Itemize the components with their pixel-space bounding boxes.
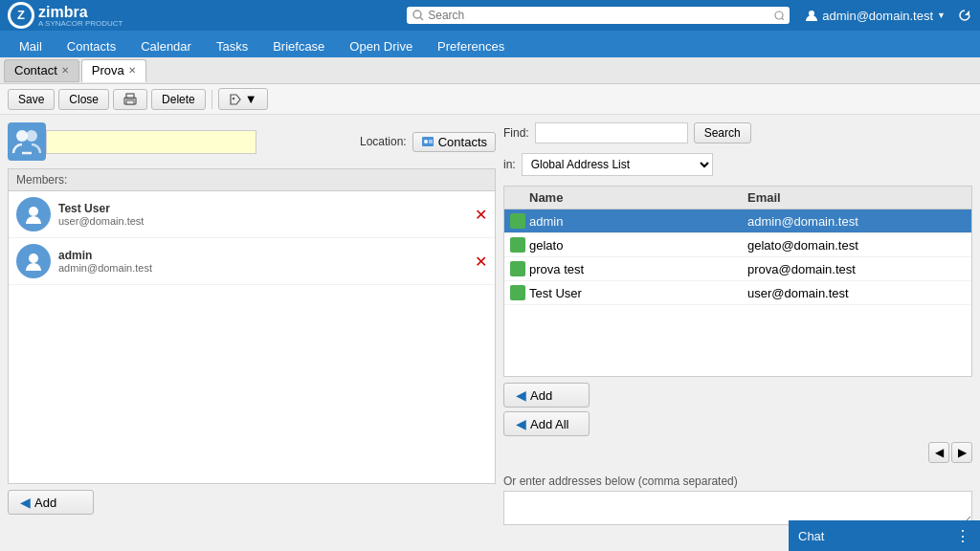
nav-tab-contacts[interactable]: Contacts [56,34,127,57]
left-panel: Prova Location: Contacts Members: Test U… [8,122,496,543]
save-button[interactable]: Save [8,89,55,110]
member-item-1: admin admin@domain.test ✕ [9,238,495,285]
add-icon: ◀ [516,387,526,403]
result-email-3: user@domain.test [747,286,966,300]
add-button[interactable]: ◀ Add [503,383,590,408]
member-item-0: Test User user@domain.test ✕ [9,191,495,238]
tab-prova[interactable]: Prova ✕ [81,59,146,82]
in-row: in: Global Address ListContacts [503,153,972,176]
search-input[interactable] [428,9,770,22]
svg-rect-10 [126,100,134,104]
logo-text: zimbra A SYNACOR PRODUCT [38,4,122,28]
result-name-2: prova test [529,262,747,276]
svg-point-20 [29,253,38,263]
location-button[interactable]: Contacts [412,132,496,152]
svg-marker-11 [231,95,240,104]
location-label: Location: [360,135,407,148]
close-button[interactable]: Close [58,89,109,110]
tab-contact-close[interactable]: ✕ [61,65,69,76]
nav-tab-preferences[interactable]: Preferences [426,34,516,57]
result-row-1[interactable]: gelato gelato@domain.test [504,233,971,257]
result-email-2: prova@domain.test [747,262,966,276]
location-value: Contacts [438,135,487,149]
next-page-button[interactable]: ▶ [951,442,972,463]
search-button[interactable]: Search [694,122,751,143]
app-tabs: Contact ✕ Prova ✕ [0,57,980,84]
search-submit-icon [774,11,784,20]
tab-prova-close[interactable]: ✕ [128,65,136,76]
result-avatar-1 [510,237,525,253]
nav-tab-tasks[interactable]: Tasks [205,34,259,57]
tab-prova-label: Prova [92,63,124,77]
nav-tab-opendrive[interactable]: Open Drive [338,34,424,57]
logo: Z zimbra A SYNACOR PRODUCT [8,2,122,29]
svg-marker-7 [965,11,969,15]
search-bar[interactable] [407,7,790,24]
member-name-1: admin [58,249,467,262]
location-section: Location: Contacts [360,132,496,152]
member-info-1: admin admin@domain.test [58,249,467,274]
user-dropdown-arrow[interactable]: ▼ [937,11,946,20]
result-avatar-3 [510,285,525,300]
svg-point-12 [233,97,234,99]
in-label: in: [503,158,516,171]
add-all-button[interactable]: ◀ Add All [503,411,590,436]
add-all-icon: ◀ [516,416,526,431]
tab-contact-label: Contact [14,63,57,77]
add-buttons: ◀ Add ◀ Add All [503,383,972,436]
svg-point-14 [26,130,37,142]
remove-member-0[interactable]: ✕ [475,206,487,224]
address-list-select[interactable]: Global Address ListContacts [522,153,713,176]
nav-arrows: ◀ ▶ [503,442,972,463]
user-menu[interactable]: admin@domain.test ▼ [805,9,946,23]
result-avatar-0 [510,213,525,229]
member-avatar-icon-1 [22,250,45,273]
col-icon-header [510,190,529,205]
svg-text:Z: Z [17,8,25,22]
user-name: admin@domain.test [822,9,933,23]
tag-dropdown-arrow[interactable]: ▼ [245,92,257,106]
result-email-0: admin@domain.test [747,214,966,229]
tag-icon [229,93,242,106]
bottom-add-label: Add [34,496,56,510]
svg-line-5 [782,18,784,20]
contacts-icon [421,135,434,148]
refresh-icon[interactable] [957,8,972,23]
toolbar: Save Close Delete ▼ [0,84,980,115]
result-row-0[interactable]: admin admin@domain.test [504,209,971,233]
user-icon [805,9,818,22]
chat-bar[interactable]: Chat ⋮ [789,520,980,551]
bottom-add-row: ◀ Add [8,490,496,515]
right-panel: Find: Search in: Global Address ListCont… [503,122,972,543]
nav-tab-briefcase[interactable]: Briefcase [261,34,336,57]
print-button[interactable] [113,89,147,110]
tab-contact[interactable]: Contact ✕ [4,59,79,82]
find-input[interactable] [535,122,688,143]
prev-page-button[interactable]: ◀ [928,442,949,463]
member-avatar-1 [16,244,51,278]
remove-member-1[interactable]: ✕ [475,253,487,271]
chat-menu-icon[interactable]: ⋮ [955,527,970,545]
toolbar-separator [212,90,212,109]
group-icon [8,122,46,161]
group-name-input[interactable]: Prova [46,130,256,154]
result-email-1: gelato@domain.test [747,238,966,253]
delete-button[interactable]: Delete [151,89,206,110]
nav-tab-mail[interactable]: Mail [8,34,54,57]
member-avatar-icon-0 [22,203,45,226]
svg-line-3 [420,17,423,20]
svg-point-4 [775,11,783,19]
svg-point-19 [29,207,38,216]
bottom-add-button[interactable]: ◀ Add [8,490,94,515]
nav-tab-calendar[interactable]: Calendar [129,34,203,57]
result-row-2[interactable]: prova test prova@domain.test [504,257,971,281]
results-header: Name Email [504,187,971,209]
result-row-3[interactable]: Test User user@domain.test [504,281,971,305]
members-header: Members: [9,169,495,191]
col-email-header: Email [747,190,966,205]
add-arrow-icon: ◀ [20,495,31,510]
svg-point-16 [424,140,428,143]
tag-button[interactable]: ▼ [218,88,268,110]
logo-icon: Z [8,2,34,29]
address-label: Or enter addresses below (comma separate… [503,474,972,488]
